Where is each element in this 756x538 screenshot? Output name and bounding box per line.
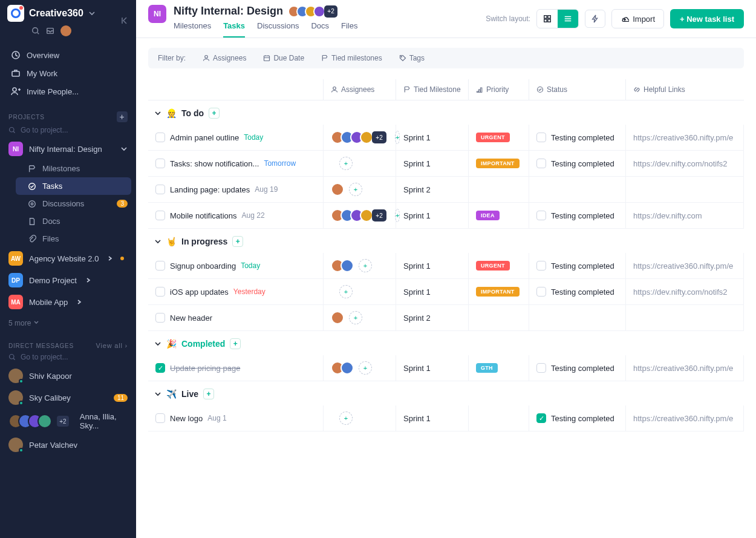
nav-mywork[interactable]: My Work bbox=[5, 64, 131, 82]
task-row[interactable]: Mobile notificationsAug 22+2+Sprint 1IDE… bbox=[148, 203, 744, 229]
helpful-link[interactable] bbox=[626, 177, 744, 202]
chevron-down-icon bbox=[154, 390, 161, 398]
layout-list-button[interactable] bbox=[558, 10, 578, 28]
new-task-list-button[interactable]: + New task list bbox=[670, 9, 744, 28]
automation-button[interactable] bbox=[585, 10, 605, 28]
task-row[interactable]: Signup onboardingToday+Sprint 1URGENTTes… bbox=[148, 253, 744, 279]
search-icon[interactable] bbox=[31, 27, 40, 35]
helpful-link[interactable]: https://creative360.nifty.pm/e bbox=[626, 405, 744, 431]
task-checkbox[interactable] bbox=[155, 413, 165, 423]
add-task-button[interactable]: + bbox=[232, 236, 243, 247]
helpful-link[interactable]: https://dev.nifty.com bbox=[626, 203, 744, 228]
add-project-button[interactable]: + bbox=[117, 111, 128, 122]
dm-item[interactable]: +2Anna, Illia, Sky... bbox=[0, 408, 136, 434]
task-checkbox[interactable] bbox=[155, 185, 165, 194]
subnav-discussions[interactable]: Discussions3 bbox=[11, 195, 136, 212]
goto-dm[interactable]: Go to project... bbox=[0, 353, 136, 365]
helpful-link[interactable]: https://creative360.nifty.pm/e bbox=[626, 253, 744, 278]
filter-due-date[interactable]: Due Date bbox=[263, 54, 304, 62]
task-name: Admin panel outline bbox=[170, 133, 239, 142]
status-checkbox[interactable] bbox=[536, 413, 546, 423]
task-row[interactable]: iOS app updatesYesterday+Sprint 1IMPORTA… bbox=[148, 279, 744, 305]
workspace-switcher[interactable]: Creative360 bbox=[7, 5, 129, 22]
project-mobile-app[interactable]: MAMobile App bbox=[0, 291, 136, 313]
helpful-link[interactable]: https://dev.nifty.com/notifs2 bbox=[626, 151, 744, 176]
task-row[interactable]: New logoAug 1+Sprint 1Testing completedh… bbox=[148, 405, 744, 431]
group-header[interactable]: 👷To do+ bbox=[148, 100, 744, 125]
add-task-button[interactable]: + bbox=[209, 108, 220, 119]
status-checkbox[interactable] bbox=[536, 133, 546, 142]
subnav-milestones[interactable]: Milestones bbox=[11, 160, 136, 177]
helpful-link[interactable]: https://dev.nifty.com/notifs2 bbox=[626, 279, 744, 304]
dm-item[interactable]: Sky Calibey11 bbox=[0, 387, 136, 408]
import-button[interactable]: Import bbox=[611, 9, 664, 28]
dm-item[interactable]: Shiv Kapoor bbox=[0, 365, 136, 387]
inbox-icon[interactable] bbox=[46, 27, 54, 35]
tab-discussions[interactable]: Discussions bbox=[257, 21, 299, 38]
add-task-button[interactable]: + bbox=[203, 389, 214, 399]
project-demo[interactable]: DPDemo Project bbox=[0, 269, 136, 291]
helpful-link[interactable] bbox=[626, 305, 744, 330]
task-checkbox[interactable] bbox=[155, 211, 165, 220]
task-row[interactable]: Landing page: updatesAug 19+Sprint 2 bbox=[148, 177, 744, 203]
project-nifty-internal[interactable]: NINifty Internal: Design bbox=[0, 138, 136, 160]
at-icon bbox=[28, 200, 36, 208]
add-assignee-button[interactable]: + bbox=[349, 183, 362, 196]
dm-item[interactable]: Petar Valchev bbox=[0, 434, 136, 456]
due-date: Tomorrow bbox=[264, 159, 296, 168]
task-checkbox[interactable] bbox=[155, 159, 165, 168]
task-name: iOS app updates bbox=[170, 287, 229, 297]
task-checkbox[interactable] bbox=[155, 261, 165, 271]
task-row[interactable]: Update pricing page+Sprint 1GTHTesting c… bbox=[148, 355, 744, 381]
helpful-link[interactable]: https://creative360.nifty.pm/e bbox=[626, 355, 744, 381]
status-checkbox[interactable] bbox=[536, 159, 546, 168]
status-checkbox[interactable] bbox=[536, 211, 546, 220]
task-checkbox[interactable] bbox=[155, 287, 165, 297]
svg-point-14 bbox=[205, 56, 208, 59]
group-header[interactable]: ✈️Live+ bbox=[148, 381, 744, 405]
add-assignee-button[interactable]: + bbox=[339, 285, 353, 298]
helpful-link[interactable]: https://creative360.nifty.pm/e bbox=[626, 125, 744, 150]
tab-tasks[interactable]: Tasks bbox=[223, 21, 245, 38]
subnav-docs[interactable]: Docs bbox=[11, 212, 136, 230]
task-row[interactable]: Tasks: show notification...Tomorrow+Spri… bbox=[148, 151, 744, 177]
chevron-right-icon bbox=[107, 255, 113, 261]
status-label: Testing completed bbox=[551, 133, 614, 142]
nav-invite[interactable]: Invite People... bbox=[5, 82, 131, 100]
add-assignee-button[interactable]: + bbox=[339, 412, 353, 425]
task-checkbox[interactable] bbox=[155, 363, 165, 373]
collapse-sidebar-icon[interactable] bbox=[120, 16, 130, 25]
priority-badge: IMPORTANT bbox=[476, 159, 520, 168]
filter-assignees[interactable]: Assignees bbox=[203, 54, 246, 62]
status-checkbox[interactable] bbox=[536, 287, 546, 297]
task-row[interactable]: Admin panel outlineToday+2+Sprint 1URGEN… bbox=[148, 125, 744, 151]
tab-files[interactable]: Files bbox=[341, 21, 357, 38]
project-agency-website[interactable]: AWAgency Website 2.0 bbox=[0, 248, 136, 269]
add-task-button[interactable]: + bbox=[230, 338, 241, 349]
group-header[interactable]: 🎉Completed+ bbox=[148, 331, 744, 355]
add-assignee-button[interactable]: + bbox=[359, 361, 372, 375]
subnav-files[interactable]: Files bbox=[11, 230, 136, 248]
task-checkbox[interactable] bbox=[155, 313, 165, 323]
tab-milestones[interactable]: Milestones bbox=[174, 21, 211, 38]
goto-project[interactable]: Go to project... bbox=[0, 126, 136, 138]
tab-docs[interactable]: Docs bbox=[311, 21, 329, 38]
status-checkbox[interactable] bbox=[536, 363, 546, 373]
add-assignee-button[interactable]: + bbox=[349, 311, 362, 324]
group-header[interactable]: 🤘In progress+ bbox=[148, 229, 744, 253]
layout-board-button[interactable] bbox=[537, 10, 558, 28]
task-checkbox[interactable] bbox=[155, 133, 165, 142]
svg-point-9 bbox=[10, 355, 15, 359]
add-assignee-button[interactable]: + bbox=[339, 157, 353, 170]
subnav-tasks[interactable]: Tasks bbox=[16, 177, 131, 195]
add-assignee-button[interactable]: + bbox=[359, 259, 372, 272]
filter-tags[interactable]: Tags bbox=[399, 54, 425, 62]
status-checkbox[interactable] bbox=[536, 261, 546, 271]
dm-viewall[interactable]: View all › bbox=[96, 342, 128, 349]
more-projects[interactable]: 5 more bbox=[0, 313, 136, 333]
project-members[interactable]: +2 bbox=[288, 5, 337, 18]
task-row[interactable]: New header+Sprint 2 bbox=[148, 305, 744, 331]
filter-tied-milestones[interactable]: Tied milestones bbox=[321, 54, 382, 62]
nav-overview[interactable]: Overview bbox=[5, 46, 131, 64]
user-avatar[interactable] bbox=[60, 25, 71, 36]
